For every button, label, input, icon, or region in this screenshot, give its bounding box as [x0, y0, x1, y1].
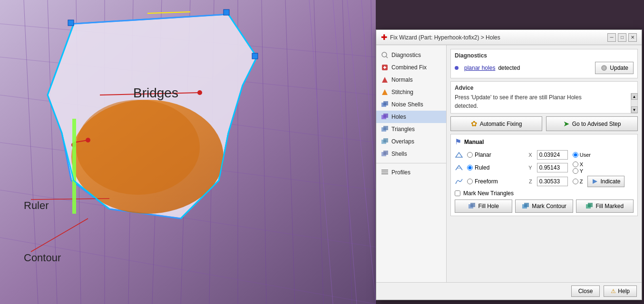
- noise-shells-label: Noise Shells: [391, 101, 423, 108]
- fill-marked-label: Fill Marked: [595, 203, 624, 209]
- combined-fix-label: Combined Fix: [391, 64, 427, 71]
- user-options: User: [571, 152, 634, 158]
- auto-fix-button[interactable]: ✿ Automatic Fixing: [450, 116, 542, 131]
- goto-icon: ➤: [563, 119, 569, 128]
- svg-rect-39: [252, 53, 258, 59]
- svg-rect-36: [72, 119, 76, 214]
- svg-point-33: [86, 138, 90, 142]
- sidebar-item-stitching[interactable]: Stitching: [376, 86, 446, 98]
- ruled-mode-icon: [455, 163, 463, 172]
- z-option-label: Z: [580, 179, 583, 184]
- fix-wizard-dialog: ✚ Fix Wizard (Part: Hyperhook-tofix2) > …: [376, 29, 642, 300]
- y-coord-input[interactable]: [537, 163, 568, 172]
- x-coord-input[interactable]: [537, 150, 568, 160]
- user-option-label: User: [580, 152, 591, 158]
- sidebar-item-normals[interactable]: Normals: [376, 74, 446, 86]
- scroll-up-arrow[interactable]: ▲: [631, 93, 638, 100]
- x-axis-radio[interactable]: [573, 162, 578, 167]
- y-axis-radio[interactable]: [573, 168, 578, 174]
- mark-contour-button[interactable]: Mark Contour: [515, 200, 573, 213]
- profiles-label: Profiles: [391, 169, 410, 176]
- ruled-radio[interactable]: [467, 165, 473, 171]
- fill-hole-button[interactable]: Fill Hole: [455, 200, 512, 213]
- scroll-down-arrow[interactable]: ▼: [631, 106, 638, 113]
- mark-contour-label: Mark Contour: [532, 203, 566, 209]
- indicate-button[interactable]: Indicate: [587, 176, 624, 187]
- update-icon: [600, 64, 608, 72]
- svg-point-62: [603, 67, 605, 69]
- auto-fix-icon: ✿: [471, 119, 477, 128]
- z-axis-radio[interactable]: [573, 179, 578, 184]
- advice-section-title: Advice: [455, 85, 634, 91]
- sidebar-item-profiles[interactable]: Profiles: [376, 166, 446, 179]
- svg-point-61: [602, 66, 606, 70]
- triangles-label: Triangles: [391, 126, 415, 133]
- planar-radio-row: Planar: [467, 152, 498, 158]
- planar-label: Planar: [475, 152, 491, 158]
- nav-sidebar: Diagnostics Combined Fix Normals: [376, 45, 447, 282]
- noise-shells-icon: [381, 101, 389, 108]
- svg-marker-46: [382, 77, 388, 83]
- holes-icon: [381, 113, 389, 121]
- help-button[interactable]: ⚠ Help: [604, 285, 637, 297]
- close-button[interactable]: Close: [571, 285, 600, 297]
- minimize-button[interactable]: ─: [607, 33, 616, 42]
- contour-label: Contour: [24, 252, 61, 264]
- planar-radio[interactable]: [467, 152, 473, 158]
- svg-line-42: [386, 57, 388, 58]
- right-panel: Diagnostics planar holes detected: [447, 45, 642, 282]
- sidebar-item-diagnostics[interactable]: Diagnostics: [376, 49, 446, 61]
- fill-marked-icon: [585, 202, 593, 210]
- z-coord-label: Z: [501, 179, 534, 184]
- wizard-icon: ✚: [381, 33, 387, 42]
- ruler-label: Ruler: [24, 200, 49, 212]
- sidebar-item-triangles[interactable]: Triangles: [376, 123, 446, 135]
- mark-triangles-checkbox[interactable]: [455, 190, 460, 196]
- mark-contour-icon: [522, 202, 529, 210]
- svg-rect-59: [381, 171, 388, 172]
- user-radio[interactable]: [573, 152, 578, 158]
- sidebar-item-holes[interactable]: Holes: [376, 111, 446, 123]
- svg-rect-71: [524, 203, 529, 207]
- fill-hole-label: Fill Hole: [478, 203, 498, 209]
- diagnostics-label: Diagnostics: [391, 52, 421, 58]
- fill-hole-icon: [468, 202, 476, 210]
- close-title-button[interactable]: ✕: [628, 33, 637, 42]
- svg-rect-38: [224, 10, 229, 15]
- dialog-footer: Close ⚠ Help: [376, 282, 642, 300]
- svg-rect-40: [68, 20, 74, 26]
- maximize-button[interactable]: □: [618, 33, 626, 42]
- svg-point-41: [382, 52, 387, 57]
- svg-marker-67: [593, 179, 597, 184]
- advice-scrollbar[interactable]: ▲ ▼: [631, 93, 637, 113]
- x-option-label: X: [580, 162, 583, 167]
- advice-section: Advice Press 'Update' to see if there ar…: [450, 81, 638, 114]
- svg-rect-60: [381, 173, 388, 174]
- freeform-radio[interactable]: [467, 179, 473, 184]
- svg-rect-73: [588, 203, 593, 207]
- main-container: Bridges Ruler Contour ✚ Fix Wizard (Part…: [0, 0, 644, 304]
- auto-fix-label: Automatic Fixing: [480, 121, 522, 127]
- update-button[interactable]: Update: [595, 62, 634, 74]
- diagnostics-section: Diagnostics planar holes detected: [450, 49, 638, 78]
- svg-line-64: [456, 165, 459, 170]
- svg-rect-58: [381, 170, 388, 171]
- advice-text: Press 'Update' to see if there are still…: [455, 93, 634, 110]
- help-icon: ⚠: [611, 288, 616, 294]
- z-coord-input[interactable]: [537, 177, 568, 186]
- fill-marked-button[interactable]: Fill Marked: [576, 200, 634, 213]
- shells-icon: [381, 150, 389, 158]
- sidebar-item-combined-fix[interactable]: Combined Fix: [376, 61, 446, 74]
- sidebar-item-noise-shells[interactable]: Noise Shells: [376, 98, 446, 111]
- manual-header: ⚑ Manual: [455, 137, 634, 146]
- planar-holes-link[interactable]: planar holes: [464, 65, 495, 71]
- goto-advised-button[interactable]: ➤ Go to Advised Step: [546, 116, 638, 131]
- mark-triangles-label: Mark New Triangles: [463, 190, 514, 197]
- manual-icon: ⚑: [455, 137, 461, 146]
- mark-triangles-row: Mark New Triangles: [455, 190, 634, 197]
- sidebar-item-overlaps[interactable]: Overlaps: [376, 135, 446, 148]
- diagnostics-section-title: Diagnostics: [455, 52, 634, 59]
- svg-rect-55: [383, 138, 388, 142]
- svg-line-65: [459, 165, 462, 170]
- sidebar-item-shells[interactable]: Shells: [376, 148, 446, 160]
